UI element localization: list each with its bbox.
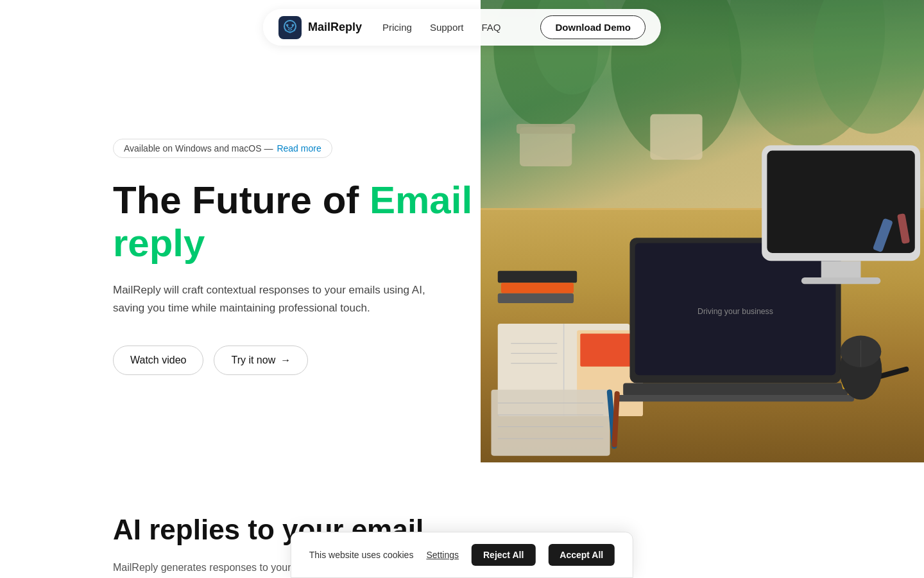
navbar-wrapper: MailReply Pricing Support FAQ Download D… xyxy=(0,0,924,46)
svg-rect-13 xyxy=(501,283,574,293)
availability-badge: Available on Windows and macOS — Read mo… xyxy=(113,139,332,158)
svg-rect-0 xyxy=(278,16,302,39)
svg-rect-36 xyxy=(491,390,610,456)
nav-link-pricing[interactable]: Pricing xyxy=(382,22,412,33)
svg-rect-35 xyxy=(801,277,880,284)
hero-heading-reply: reply xyxy=(113,222,205,265)
cookie-settings-button[interactable]: Settings xyxy=(426,550,459,560)
hero-subtext: MailReply will craft contextual response… xyxy=(113,281,434,317)
hero-heading: The Future of Email reply xyxy=(113,179,481,265)
arrow-icon: → xyxy=(280,355,291,366)
hero-section: Available on Windows and macOS — Read mo… xyxy=(0,0,924,462)
try-now-button[interactable]: Try it now → xyxy=(214,346,308,375)
svg-rect-33 xyxy=(767,151,914,253)
try-now-label: Try it now xyxy=(231,355,275,366)
read-more-link[interactable]: Read more xyxy=(277,143,321,153)
hero-content: Available on Windows and macOS — Read mo… xyxy=(0,0,481,462)
cookie-accept-button[interactable]: Accept All xyxy=(548,544,615,566)
nav-link-support[interactable]: Support xyxy=(430,22,464,33)
svg-rect-26 xyxy=(617,395,854,401)
brand-link[interactable]: MailReply xyxy=(278,16,362,39)
svg-rect-14 xyxy=(498,293,574,303)
nav-links: Pricing Support FAQ xyxy=(382,22,520,33)
desk-items-svg: Driving your business xyxy=(481,139,924,462)
brand-logo-icon xyxy=(278,16,302,39)
svg-text:Driving your business: Driving your business xyxy=(697,307,773,316)
svg-rect-34 xyxy=(821,261,861,277)
nav-link-faq[interactable]: FAQ xyxy=(481,22,501,33)
hero-buttons: Watch video Try it now → xyxy=(113,346,481,375)
svg-point-3 xyxy=(292,24,294,26)
hero-heading-part1: The Future of xyxy=(113,179,370,222)
availability-text: Available on Windows and macOS — xyxy=(124,143,273,153)
svg-rect-25 xyxy=(623,383,848,397)
watch-video-button[interactable]: Watch video xyxy=(113,346,203,375)
navbar: MailReply Pricing Support FAQ Download D… xyxy=(263,9,661,46)
download-demo-button[interactable]: Download Demo xyxy=(540,15,646,39)
hero-heading-email: Email xyxy=(370,179,472,222)
svg-point-2 xyxy=(287,24,289,26)
hero-image: Driving your business xyxy=(481,0,924,462)
svg-rect-10 xyxy=(517,124,575,134)
cookie-message: This website uses cookies xyxy=(309,550,414,560)
svg-rect-12 xyxy=(498,271,577,283)
brand-name: MailReply xyxy=(308,21,362,34)
desk-scene: Driving your business xyxy=(481,0,924,462)
cookie-banner: This website uses cookies Settings Rejec… xyxy=(291,532,633,578)
cookie-reject-button[interactable]: Reject All xyxy=(472,544,535,566)
